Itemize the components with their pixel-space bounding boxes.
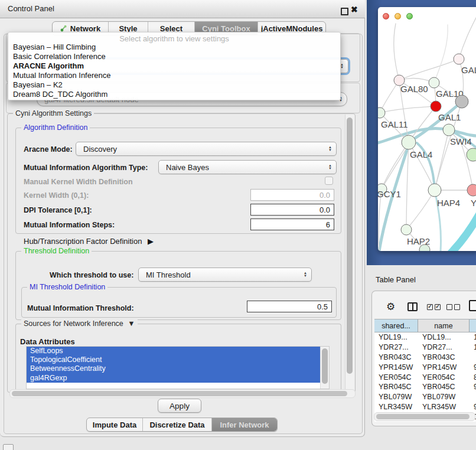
which-threshold-combobox[interactable]: MI Threshold ▲▼ [138, 268, 312, 282]
mi-algorithm-type-combobox[interactable]: Naive Bayes ▲▼ [158, 160, 337, 174]
network-edge[interactable] [406, 190, 435, 230]
mi-threshold-field[interactable]: 0.5 [247, 301, 332, 312]
checked-box-icon: ✓ [427, 304, 433, 310]
table-cell: YER054C [418, 373, 470, 381]
network-edge[interactable] [380, 80, 399, 113]
table-horizontal-scrollbar-thumb[interactable] [376, 414, 470, 419]
select-all-rows-button[interactable]: ✓ ✓ [427, 304, 441, 310]
network-node-gal1[interactable] [431, 101, 441, 112]
popup-item[interactable]: Basic Correlation Inference [8, 52, 340, 61]
close-icon[interactable]: ✖ [351, 5, 358, 14]
chevron-updown-icon: ▲▼ [328, 146, 332, 152]
table-cell: YDR27... [374, 343, 418, 351]
tab-infer-network[interactable]: Infer Network [212, 418, 277, 431]
float-window-icon[interactable] [341, 8, 348, 15]
cyni-mode-tabbar: Impute Data Discretize Data Infer Networ… [86, 418, 278, 432]
control-panel-window: Control Panel ✖ Network Style Select Cyn… [0, 0, 365, 437]
table-body: YDL19...YDL19...13YDR27...YDR27...12YBR0… [374, 332, 476, 422]
table-row[interactable]: YDR27...YDR27...12 [374, 343, 476, 353]
table-row[interactable]: YPR145WYPR145W9. [374, 362, 476, 372]
minimized-panel-icon[interactable] [3, 444, 14, 450]
table-cell: YLR345W [374, 403, 418, 411]
mi-steps-field[interactable]: 6 [250, 219, 334, 230]
network-edge[interactable] [394, 24, 399, 80]
collapse-down-icon[interactable]: ▼ [128, 319, 135, 328]
table-row[interactable]: YDL19...YDL19...13 [374, 332, 476, 343]
data-attributes-label: Data Attributes [20, 337, 75, 346]
tab-impute-data[interactable]: Impute Data [87, 418, 143, 431]
aracne-mode-label: Aracne Mode: [24, 145, 73, 154]
mi-threshold-definition-title: MI Threshold Definition [27, 283, 107, 291]
table-row[interactable]: YBR043CYBR043C [374, 353, 476, 363]
popup-item[interactable]: Mutual Information Inference [8, 71, 340, 80]
hub-definition-expander[interactable]: Hub/Transcription Factor Definition ▶ [24, 237, 154, 246]
deselect-all-rows-button[interactable] [446, 304, 460, 310]
dpi-tolerance-label: DPI Tolerance [0,1]: [24, 206, 92, 214]
aracne-mode-value: Discovery [83, 145, 117, 154]
table-row[interactable]: YBR045CYBR045C9. [374, 382, 476, 392]
mi-threshold-label: Mutual Information Threshold: [27, 304, 134, 312]
list-vertical-scrollbar[interactable] [320, 347, 329, 389]
apply-button[interactable]: Apply [158, 399, 201, 413]
network-edge[interactable] [380, 106, 436, 113]
data-attribute-item[interactable]: TopologicalCoefficient [27, 356, 329, 364]
kernel-width-label: Kernel Width (0,1): [24, 191, 89, 200]
kernel-width-field[interactable]: 0.0 [250, 189, 334, 201]
settings-horizontal-scrollbar-thumb[interactable] [12, 391, 347, 396]
table-horizontal-scrollbar[interactable] [374, 412, 475, 421]
network-node-y[interactable] [467, 184, 476, 196]
manual-kernel-width-label: Manual Kernel Width Definition [24, 178, 133, 186]
table-row[interactable]: YLR345WYLR345W9. [374, 402, 476, 412]
unchecked-box-icon [454, 304, 460, 310]
popup-item[interactable]: ARACNE Algorithm [8, 61, 340, 71]
tab-discretize-data[interactable]: Discretize Data [143, 418, 212, 431]
popup-item[interactable]: Bayesian – Hill Climbing [8, 43, 340, 52]
network-edge[interactable] [399, 59, 459, 80]
network-node-swi4[interactable] [443, 124, 455, 136]
settings-vertical-scrollbar-thumb[interactable] [347, 118, 353, 374]
settings-horizontal-scrollbar[interactable] [9, 389, 356, 398]
column-header-shared-name[interactable]: shared... [374, 319, 418, 332]
network-graph[interactable]: GALGAL80GAL10GAL1GAL11SWI4GAL4GCY1HAP4YH… [378, 7, 476, 251]
network-edge[interactable] [434, 25, 448, 83]
network-view-window[interactable]: GALGAL80GAL10GAL1GAL11SWI4GAL4GCY1HAP4YH… [378, 7, 476, 251]
network-node-hap4[interactable] [428, 184, 441, 197]
network-node-gal[interactable] [454, 54, 464, 64]
data-attributes-list[interactable]: SelfLoopsTopologicalCoefficientBetweenne… [26, 346, 330, 389]
network-edge[interactable] [382, 145, 409, 189]
table-cell: YDL19... [418, 333, 470, 341]
network-node-label: Y [471, 198, 476, 208]
data-attribute-item[interactable]: BetweennessCentrality [27, 364, 329, 373]
chevron-updown-icon: ▲▼ [304, 272, 307, 278]
dpi-tolerance-field[interactable]: 0.0 [250, 204, 334, 216]
hub-definition-label: Hub/Transcription Factor Definition [24, 237, 142, 246]
control-panel-titlebar[interactable] [0, 0, 365, 18]
table-row[interactable]: YER054CYER054C8. [374, 372, 476, 382]
network-edge[interactable] [451, 214, 476, 251]
table-row[interactable]: YBL079WYBL079W [374, 392, 476, 402]
popup-item[interactable]: Dream8 DC_TDC Algorithm [8, 90, 340, 99]
manual-kernel-width-checkbox[interactable] [325, 177, 333, 185]
popup-item[interactable]: Bayesian – K2 [8, 80, 340, 90]
network-node-label: GAL1 [438, 112, 461, 122]
list-vertical-scrollbar-thumb[interactable] [322, 348, 328, 384]
network-node[interactable] [455, 95, 468, 108]
control-panel-title: Control Panel [8, 4, 54, 13]
table-settings-gear-button[interactable]: ⚙ [386, 301, 395, 313]
network-node-gal10[interactable] [429, 77, 439, 88]
aracne-mode-combobox[interactable]: Discovery ▲▼ [76, 142, 337, 156]
network-node-gal4[interactable] [402, 135, 416, 149]
column-header-name[interactable]: name [418, 319, 470, 332]
settings-vertical-scrollbar[interactable] [345, 115, 354, 392]
table-cell: 9. [470, 403, 476, 411]
column-header-partial[interactable] [470, 319, 476, 332]
network-edge[interactable] [459, 18, 476, 59]
data-attribute-item[interactable]: gal4RGexp [27, 374, 329, 383]
column-layout-button[interactable] [407, 302, 418, 311]
data-attribute-item[interactable]: SelfLoops [27, 347, 329, 356]
network-node-hap2[interactable] [401, 224, 412, 235]
unchecked-box-icon [446, 304, 452, 310]
network-node-label: GAL80 [400, 84, 428, 94]
document-icon-button[interactable] [469, 300, 476, 311]
gear-icon: ⚙ [386, 301, 395, 312]
